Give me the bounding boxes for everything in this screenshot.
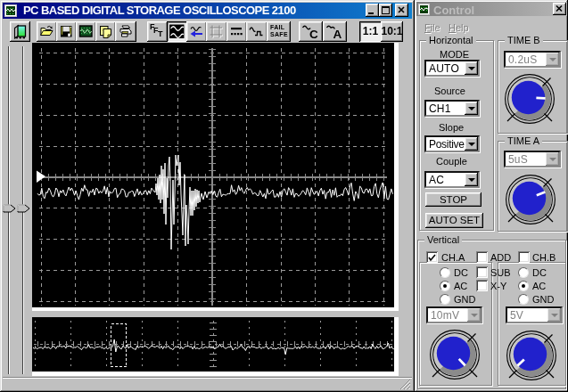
- svg-text:A: A: [333, 28, 342, 40]
- svg-text:C: C: [309, 28, 318, 40]
